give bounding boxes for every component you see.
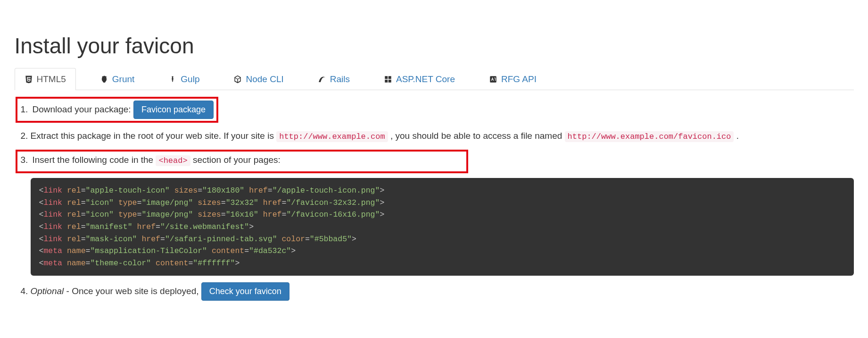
tab-rfg-api[interactable]: RFG API (479, 68, 546, 90)
grunt-icon (100, 75, 108, 84)
tab-grunt[interactable]: Grunt (90, 68, 145, 90)
tab-label: Rails (330, 74, 350, 84)
tab-html5[interactable]: HTML5 (15, 68, 76, 90)
example-url: http://www.example.com (276, 131, 388, 142)
tabs-bar: HTML5 Grunt Gulp Node CLI Rails (15, 68, 854, 90)
nodejs-icon (233, 75, 242, 84)
gulp-icon (168, 75, 177, 84)
check-favicon-button[interactable]: Check your favicon (201, 282, 289, 301)
tab-aspnet-core[interactable]: ASP.NET Core (374, 68, 465, 90)
svg-rect-3 (389, 80, 391, 83)
tab-label: Grunt (112, 74, 135, 84)
svg-rect-1 (389, 76, 391, 79)
step2-pre: Extract this package in the root of your… (31, 131, 277, 141)
html5-icon (25, 75, 33, 84)
step1-text: Download your package: (33, 104, 131, 114)
optional-label: Optional (31, 286, 64, 296)
tab-node-cli[interactable]: Node CLI (223, 68, 293, 90)
svg-rect-2 (385, 80, 388, 83)
code-block[interactable]: <link rel="apple-touch-icon" sizes="180x… (31, 178, 854, 276)
step2-mid: , you should be able to access a file na… (390, 131, 565, 141)
tab-gulp[interactable]: Gulp (158, 68, 209, 90)
rails-icon (318, 75, 326, 84)
step3-pre: Insert the following code in the (33, 155, 156, 165)
tab-label: RFG API (501, 74, 537, 84)
step-insert-code: Insert the following code in the <head> … (31, 150, 854, 276)
tab-label: ASP.NET Core (396, 74, 455, 84)
step2-post: . (736, 131, 739, 141)
tab-label: HTML5 (37, 74, 66, 84)
head-tag: <head> (156, 155, 190, 166)
dotnet-icon (384, 75, 392, 84)
favicon-url: http://www.example.com/favicon.ico (565, 131, 734, 142)
api-icon (489, 75, 497, 84)
tab-label: Node CLI (246, 74, 283, 84)
step3-post: section of your pages: (193, 155, 281, 165)
step-download: Download your package: Favicon package (31, 97, 854, 123)
step-extract: Extract this package in the root of your… (31, 129, 854, 143)
tab-rails[interactable]: Rails (308, 68, 360, 90)
step4-text: - Once your web site is deployed, (66, 286, 201, 296)
svg-rect-0 (385, 76, 388, 79)
favicon-package-button[interactable]: Favicon package (133, 101, 214, 119)
install-steps: Download your package: Favicon package E… (15, 97, 854, 301)
step-check: Optional - Once your web site is deploye… (31, 282, 854, 301)
tab-label: Gulp (181, 74, 199, 84)
page-title: Install your favicon (15, 33, 854, 59)
